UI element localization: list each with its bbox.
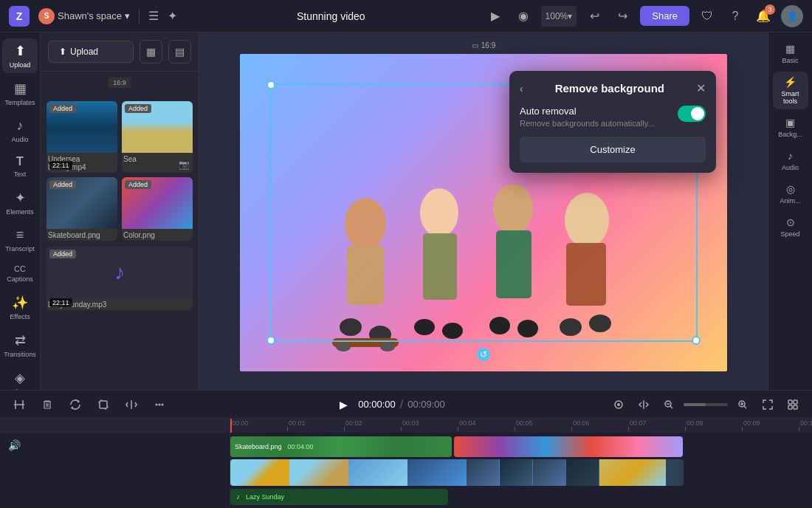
sidebar-item-audio[interactable]: ♪ Audio [2, 114, 38, 148]
delete-tool-btn[interactable] [37, 394, 58, 415]
sidebar-item-filters[interactable]: ◈ Filters [2, 365, 38, 390]
list-view-btn[interactable]: ▤ [168, 40, 191, 64]
beach-track-segment[interactable] [230, 459, 684, 486]
remove-bg-back-btn[interactable]: ‹ [520, 83, 523, 95]
track-row-skateboard: Skateboard.png 00:04:00 [230, 435, 812, 458]
ruler-label-0: 00:00 [230, 419, 249, 427]
zoom-out-btn[interactable] [658, 394, 679, 415]
user-avatar[interactable]: 👤 [781, 5, 803, 27]
sidebar-label-transcript: Transcript [5, 245, 35, 253]
media-item-undersea[interactable]: Added 22:11 Undersea beauty.mp4 [47, 101, 117, 173]
sidebar-item-text[interactable]: T Text [2, 151, 38, 182]
more-tool-btn[interactable] [149, 394, 170, 415]
remove-bg-close-btn[interactable]: ✕ [696, 81, 706, 95]
grid-view-btn[interactable]: ▦ [140, 40, 162, 64]
svg-rect-30 [794, 405, 797, 409]
color-segment[interactable] [454, 436, 683, 457]
track-header-2 [0, 457, 230, 485]
upload-label: Upload [70, 47, 98, 57]
right-sidebar-item-smart-tools[interactable]: ⚡ Smart tools [773, 72, 808, 109]
customize-button[interactable]: Customize [520, 137, 706, 162]
playhead[interactable] [230, 419, 232, 433]
skateboard-segment[interactable]: Skateboard.png 00:04:00 [230, 436, 452, 457]
ruler-tick-7 [628, 427, 629, 431]
record-btn[interactable] [608, 394, 629, 415]
media-item-skateboard[interactable]: Added Skateboard.png [47, 177, 117, 241]
ai-icon[interactable]: ✦ [168, 9, 177, 23]
sidebar-item-elements[interactable]: ✦ Elements [2, 185, 38, 220]
media-panel-header: ⬆ Upload ▦ ▤ [41, 32, 199, 72]
right-sidebar-item-animate[interactable]: ◎ Anim... [773, 179, 808, 209]
zoom-in-btn[interactable] [732, 394, 753, 415]
topbar-divider [139, 9, 140, 24]
sidebar-item-transitions[interactable]: ⇄ Transitions [2, 328, 38, 363]
added-badge-sea: Added [125, 104, 151, 113]
play-preview-btn[interactable]: ▶ [485, 6, 506, 27]
undo-btn[interactable]: ↩ [584, 6, 605, 27]
audio-segment[interactable]: ♪ Lazy Sunday [230, 489, 448, 505]
document-title[interactable]: Stunning video [186, 10, 476, 22]
notification-btn[interactable]: 🔔 3 [753, 6, 774, 27]
handle-bottom-left[interactable] [266, 336, 275, 345]
redo-btn[interactable]: ↪ [612, 6, 633, 27]
toggle-thumb [691, 107, 704, 120]
loop-tool-btn[interactable] [65, 394, 86, 415]
ruler-tick-4 [458, 427, 458, 431]
flip-tool-btn[interactable] [121, 394, 142, 415]
sidebar-item-templates[interactable]: ▦ Templates [2, 76, 38, 111]
sidebar-item-captions[interactable]: CC Captions [2, 260, 38, 287]
auto-removal-toggle[interactable] [678, 106, 706, 122]
remove-bg-title: Remove background [555, 82, 664, 95]
split-tool-btn[interactable] [9, 394, 30, 415]
timeline-play-btn[interactable]: ▶ [333, 394, 354, 415]
ruler-tick-9 [742, 427, 743, 431]
menu-icon[interactable]: ☰ [148, 9, 159, 23]
speed-icon: ⊙ [786, 216, 795, 228]
transitions-icon: ⇄ [15, 332, 26, 349]
handle-top-left[interactable] [266, 80, 275, 89]
svg-rect-29 [788, 405, 792, 409]
workspace-chevron: ▾ [125, 10, 130, 21]
svg-point-20 [156, 403, 158, 405]
sidebar-item-effects[interactable]: ✨ Effects [2, 290, 38, 325]
handle-bottom-right[interactable] [692, 336, 701, 345]
zoom-selector[interactable]: 100% ▾ [541, 6, 577, 27]
right-sidebar-item-basic[interactable]: ▦ Basic [773, 38, 808, 69]
split-btn[interactable] [633, 394, 654, 415]
media-item-color[interactable]: Added Color.png [122, 177, 193, 241]
fullscreen-btn[interactable] [757, 394, 778, 415]
crop-tool-btn[interactable] [93, 394, 114, 415]
handle-rotate[interactable]: ↺ [477, 348, 490, 361]
notification-badge: 3 [765, 4, 775, 15]
media-panel-body: 16:9 Added 22:11 Undersea beauty.mp4 Add… [41, 72, 199, 390]
media-item-sea[interactable]: Added 📷 Sea [122, 101, 193, 173]
beach-thumb-1 [230, 459, 289, 486]
text-icon: T [16, 155, 24, 168]
timeline-zoom-slider[interactable] [684, 403, 728, 406]
sidebar-item-upload[interactable]: ⬆ Upload [2, 38, 38, 73]
templates-icon: ▦ [14, 80, 27, 97]
shield-icon[interactable]: 🛡 [697, 6, 718, 27]
ruler-mark-4: 00:04 [458, 419, 515, 431]
sidebar-label-audio: Audio [11, 136, 28, 143]
svg-point-24 [617, 403, 620, 406]
sidebar-item-transcript[interactable]: ≡ Transcript [2, 223, 38, 257]
ruler-tick-2 [344, 427, 345, 431]
help-icon[interactable]: ? [725, 6, 746, 27]
svg-point-22 [162, 403, 164, 405]
share-button[interactable]: Share [640, 6, 689, 26]
right-sidebar-item-speed[interactable]: ⊙ Speed [773, 212, 808, 242]
track1-volume-icon[interactable]: 🔊 [7, 439, 21, 452]
ai-assistant-btn[interactable]: ◉ [513, 6, 534, 27]
media-item-audio[interactable]: Added ♪ 22:11 Lazy Sunday.mp3 [47, 247, 193, 310]
layout-btn[interactable] [782, 394, 803, 415]
upload-button[interactable]: ⬆ Upload [48, 41, 134, 63]
right-sidebar-item-audio[interactable]: ♪ Audio [773, 145, 808, 176]
right-sidebar: ▦ Basic ⚡ Smart tools ▣ Backg... ♪ Audio… [768, 32, 812, 390]
transcript-icon: ≡ [16, 227, 24, 243]
ruler-label-1: 00:01 [287, 419, 306, 427]
skateboard-track-label: Skateboard.png 00:04:00 [235, 443, 314, 450]
right-sidebar-item-background[interactable]: ▣ Backg... [773, 112, 808, 143]
workspace-selector[interactable]: S Shawn's space ▾ [38, 8, 130, 24]
auto-removal-text: Auto removal Remove backgrounds automati… [520, 106, 655, 128]
